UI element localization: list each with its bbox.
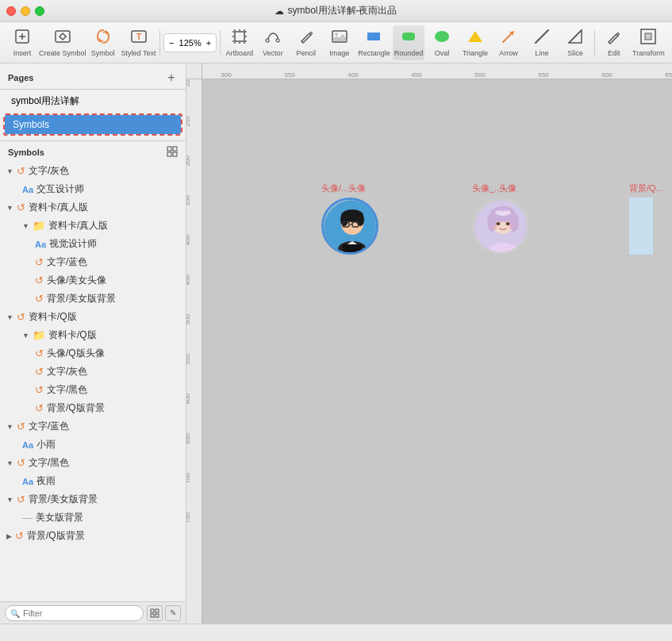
child-beijing-q[interactable]: ↺ 背景/Q版背景 <box>0 399 186 417</box>
triangle-label: Triangle <box>463 49 488 57</box>
group-label: 背景/Q版背景 <box>27 529 85 543</box>
insert-tool[interactable]: Insert <box>6 25 38 60</box>
svg-point-66 <box>508 225 514 229</box>
svg-rect-41 <box>156 614 159 617</box>
chevron-icon: ▼ <box>6 423 13 431</box>
styled-text-tool[interactable]: T Styled Text <box>121 25 157 60</box>
group-header-zhenren[interactable]: ▼ ↺ 资料卡/真人版 <box>0 198 186 217</box>
artboard-male-avatar[interactable]: 头像/...头像 <box>321 182 378 255</box>
subgroup-zhenren[interactable]: ▼ 📁 资料卡/真人版 <box>0 217 186 235</box>
arrow-icon <box>500 28 517 48</box>
toolbar: Insert Create Symbol Symbol T <box>0 22 672 63</box>
group-header-wenzi-lanse[interactable]: ▼ ↺ 文字/蓝色 <box>0 417 186 436</box>
filter-action-1[interactable] <box>147 605 163 621</box>
slice-icon <box>566 28 584 48</box>
artboard-icon <box>231 28 248 48</box>
svg-point-25 <box>435 31 449 42</box>
rounded-tool[interactable]: Rounded <box>393 25 424 60</box>
symbols-view-icon[interactable] <box>167 146 178 159</box>
rounded-label: Rounded <box>394 49 424 57</box>
symbol-tool[interactable]: Symbol <box>87 25 119 60</box>
child-toux-q[interactable]: ↺ 头像/Q版头像 <box>0 344 186 363</box>
svg-line-29 <box>536 30 548 43</box>
artboard-tool[interactable]: Artboard <box>224 25 255 60</box>
zoom-control[interactable]: − 125% + <box>163 33 217 52</box>
cycle-icon: ↺ <box>17 493 25 505</box>
artboard-label-female: 头像_..头像 <box>472 182 529 194</box>
child-toux-meinv[interactable]: ↺ 头像/美女头像 <box>0 271 186 290</box>
close-button[interactable] <box>6 6 16 16</box>
divider-1 <box>159 30 160 56</box>
child-shijue[interactable]: Aa 视觉设计师 <box>0 235 186 253</box>
svg-point-65 <box>492 225 498 229</box>
chevron-icon: ▼ <box>22 332 29 340</box>
pencil-tool[interactable]: Pencil <box>290 25 322 60</box>
child-yeyu[interactable]: Aa 夜雨 <box>0 472 186 490</box>
main-layout: Pages + symbol用法详解 Symbols Symbols <box>0 63 672 624</box>
rectangle-tool[interactable]: Rectangle <box>357 25 391 60</box>
child-xiaoyu[interactable]: Aa 小雨 <box>0 436 186 454</box>
vector-tool[interactable]: Vector <box>257 25 289 60</box>
subgroup-label: 资料卡/真人版 <box>48 219 108 232</box>
cycle-icon: ↺ <box>17 457 25 469</box>
svg-rect-34 <box>167 147 171 151</box>
group-wenzi-huise: ▼ ↺ 文字/灰色 Aa 交互设计师 <box>0 162 186 198</box>
child-wenzi-heise[interactable]: ↺ 文字/黑色 <box>0 381 186 399</box>
cycle-icon: ↺ <box>17 311 25 323</box>
add-page-button[interactable]: + <box>165 71 178 84</box>
group-header-q[interactable]: ▼ ↺ 资料卡/Q版 <box>0 308 186 326</box>
artboard-bg[interactable]: 背景/Q... <box>629 182 663 255</box>
artboard-female-avatar[interactable]: 头像_..头像 <box>472 182 529 255</box>
minimize-button[interactable] <box>21 6 30 16</box>
line-tool[interactable]: Line <box>526 25 558 60</box>
create-symbol-tool[interactable]: Create Symbol <box>40 25 86 60</box>
insert-label: Insert <box>13 49 32 57</box>
group-header-wenzi-huise[interactable]: ▼ ↺ 文字/灰色 <box>0 162 186 180</box>
ruler-tick-600: 600 <box>601 71 612 79</box>
child-jiaohu[interactable]: Aa 交互设计师 <box>0 180 186 198</box>
group-header-beijing-meinv[interactable]: ▼ ↺ 背景/美女版背景 <box>0 490 186 509</box>
page-item-symboldetail[interactable]: symbol用法详解 <box>3 90 182 112</box>
zoom-minus[interactable]: − <box>169 38 174 48</box>
child-meinv-beijing[interactable]: — 美女版背景 <box>0 509 186 527</box>
child-wenzi-lanse[interactable]: ↺ 文字/蓝色 <box>0 253 186 271</box>
zoom-plus[interactable]: + <box>206 38 211 48</box>
child-wenzi-huise2[interactable]: ↺ 文字/灰色 <box>0 363 186 381</box>
folder-icon: 📁 <box>33 220 45 232</box>
svg-point-64 <box>506 222 510 225</box>
child-label: 视觉设计师 <box>49 237 97 251</box>
ruler-tick-500: 500 <box>186 314 191 324</box>
transform-tool[interactable]: Transform <box>632 25 666 60</box>
oval-tool[interactable]: Oval <box>426 25 458 60</box>
filter-action-2[interactable]: ✎ <box>165 605 181 621</box>
symbols-title: Symbols <box>8 148 44 157</box>
filter-actions: ✎ <box>147 605 181 621</box>
subgroup-q[interactable]: ▼ 📁 资料卡/Q版 <box>0 326 186 344</box>
ruler-tick-300: 300 <box>186 155 191 166</box>
canvas-area[interactable]: 300 350 400 450 500 550 600 650 200 250 … <box>186 63 672 624</box>
window-title: ☁ symbol用法详解-夜雨出品 <box>275 4 397 17</box>
svg-rect-35 <box>173 147 177 151</box>
triangle-tool[interactable]: Triangle <box>459 25 491 60</box>
child-label: 夜雨 <box>36 474 56 488</box>
page-item-symbols[interactable]: Symbols <box>5 115 181 134</box>
titlebar: ☁ symbol用法详解-夜雨出品 <box>0 0 672 22</box>
child-beijing-meinv[interactable]: ↺ 背景/美女版背景 <box>0 290 186 308</box>
artboard-label-male: 头像/...头像 <box>321 182 378 194</box>
symbol-label: Symbol <box>91 49 115 57</box>
filter-input[interactable] <box>5 605 144 621</box>
group-header-beijing-q[interactable]: ▶ ↺ 背景/Q版背景 <box>0 527 186 545</box>
edit-tool[interactable]: Edit <box>598 25 630 60</box>
artboard-bg-rect <box>629 198 653 255</box>
ruler-tick-650: 650 <box>186 433 191 443</box>
cycle-icon: ↺ <box>17 202 25 213</box>
child-label: 文字/灰色 <box>47 365 87 378</box>
ruler-tick-400: 400 <box>186 235 191 245</box>
group-header-wenzi-heise[interactable]: ▼ ↺ 文字/黑色 <box>0 454 186 472</box>
child-label: 头像/Q版头像 <box>47 347 105 360</box>
slice-tool[interactable]: Slice <box>559 25 591 60</box>
image-tool[interactable]: Image <box>324 25 355 60</box>
search-icon: 🔍 <box>10 608 20 617</box>
maximize-button[interactable] <box>35 6 44 16</box>
arrow-tool[interactable]: Arrow <box>493 25 524 60</box>
